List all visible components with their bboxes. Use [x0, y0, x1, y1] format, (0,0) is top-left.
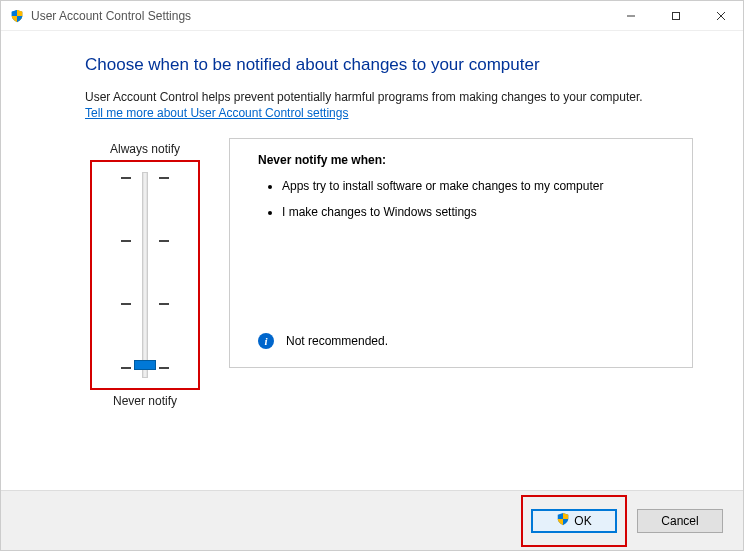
page-heading: Choose when to be notified about changes…: [85, 55, 693, 75]
detail-panel: Never notify me when: Apps try to instal…: [229, 138, 693, 368]
ok-button-label: OK: [574, 514, 591, 528]
slider-label-top: Always notify: [110, 142, 180, 156]
titlebar: User Account Control Settings: [1, 1, 743, 31]
close-button[interactable]: [698, 1, 743, 30]
slider-label-bottom: Never notify: [113, 394, 177, 408]
cancel-button-label: Cancel: [661, 514, 698, 528]
detail-bullet: Apps try to install software or make cha…: [282, 177, 674, 195]
minimize-button[interactable]: [608, 1, 653, 30]
slider-highlight-box: [90, 160, 200, 390]
slider-column: Always notify Never notify: [85, 138, 205, 412]
page-description: User Account Control helps prevent poten…: [85, 89, 693, 106]
recommendation-text: Not recommended.: [286, 334, 388, 348]
window-title: User Account Control Settings: [31, 9, 191, 23]
detail-bullet: I make changes to Windows settings: [282, 203, 674, 221]
notification-slider[interactable]: [142, 172, 148, 378]
footer: OK Cancel: [1, 490, 743, 550]
cancel-button[interactable]: Cancel: [637, 509, 723, 533]
maximize-button[interactable]: [653, 1, 698, 30]
shield-icon: [9, 8, 25, 24]
content-area: Choose when to be notified about changes…: [1, 31, 743, 490]
ok-button[interactable]: OK: [531, 509, 617, 533]
ok-highlight-box: OK: [521, 495, 627, 547]
uac-settings-window: User Account Control Settings Choose whe…: [0, 0, 744, 551]
slider-thumb[interactable]: [134, 360, 156, 370]
learn-more-link[interactable]: Tell me more about User Account Control …: [85, 106, 348, 120]
detail-list: Apps try to install software or make cha…: [282, 177, 674, 229]
shield-icon: [556, 512, 570, 529]
svg-rect-1: [672, 12, 679, 19]
recommendation-row: i Not recommended.: [258, 333, 674, 349]
window-controls: [608, 1, 743, 30]
detail-title: Never notify me when:: [258, 153, 674, 167]
info-icon: i: [258, 333, 274, 349]
